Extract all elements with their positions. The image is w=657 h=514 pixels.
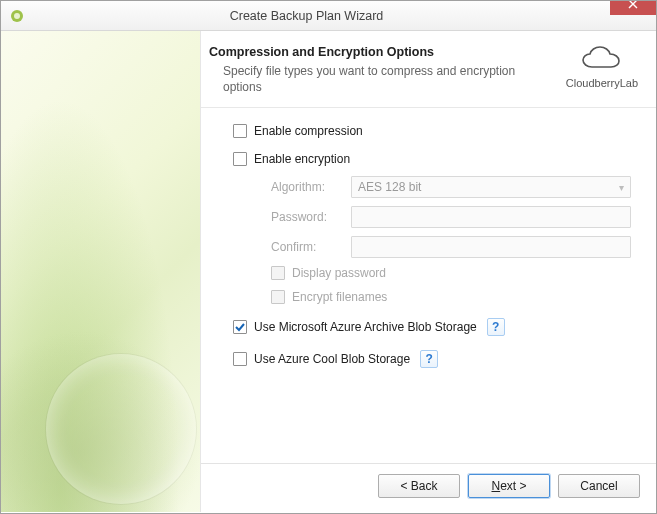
- encrypt-filenames-checkbox: [271, 290, 285, 304]
- algorithm-select[interactable]: AES 128 bit ▾: [351, 176, 631, 198]
- encrypt-filenames-row: Encrypt filenames: [271, 290, 638, 304]
- enable-compression-checkbox[interactable]: [233, 124, 247, 138]
- encrypt-filenames-label: Encrypt filenames: [292, 290, 387, 304]
- enable-encryption-row[interactable]: Enable encryption: [233, 152, 638, 166]
- confirm-label: Confirm:: [271, 240, 351, 254]
- cancel-button-label: Cancel: [580, 479, 617, 493]
- azure-archive-label: Use Microsoft Azure Archive Blob Storage: [254, 320, 477, 334]
- password-label: Password:: [271, 210, 351, 224]
- titlebar: Create Backup Plan Wizard: [1, 1, 656, 31]
- azure-cool-row[interactable]: Use Azure Cool Blob Storage ?: [233, 350, 638, 368]
- content: Compression and Encryption Options Speci…: [1, 31, 656, 512]
- enable-encryption-checkbox[interactable]: [233, 152, 247, 166]
- azure-cool-label: Use Azure Cool Blob Storage: [254, 352, 410, 366]
- disc-art-icon: [46, 354, 196, 504]
- display-password-label: Display password: [292, 266, 386, 280]
- display-password-row: Display password: [271, 266, 638, 280]
- azure-cool-checkbox[interactable]: [233, 352, 247, 366]
- back-button[interactable]: < Back: [378, 474, 460, 498]
- next-button[interactable]: Next >: [468, 474, 550, 498]
- next-button-label: Next >: [491, 479, 526, 493]
- page-title: Compression and Encryption Options: [209, 45, 566, 59]
- confirm-input[interactable]: [351, 236, 631, 258]
- brand-logo: CloudberryLab: [566, 45, 638, 89]
- algorithm-label: Algorithm:: [271, 180, 351, 194]
- page-subtitle: Specify file types you want to compress …: [209, 63, 519, 95]
- azure-archive-row[interactable]: Use Microsoft Azure Archive Blob Storage…: [233, 318, 638, 336]
- enable-compression-row[interactable]: Enable compression: [233, 124, 638, 138]
- main-pane: Compression and Encryption Options Speci…: [201, 31, 656, 512]
- algorithm-value: AES 128 bit: [358, 180, 421, 194]
- options-form: Enable compression Enable encryption Alg…: [201, 108, 656, 463]
- back-button-label: < Back: [400, 479, 437, 493]
- cancel-button[interactable]: Cancel: [558, 474, 640, 498]
- password-row: Password:: [271, 206, 638, 228]
- algorithm-row: Algorithm: AES 128 bit ▾: [271, 176, 638, 198]
- confirm-row: Confirm:: [271, 236, 638, 258]
- password-input[interactable]: [351, 206, 631, 228]
- wizard-sidebar: [1, 31, 201, 512]
- azure-archive-checkbox[interactable]: [233, 320, 247, 334]
- button-bar: < Back Next > Cancel: [201, 463, 656, 512]
- brand-name: CloudberryLab: [566, 77, 638, 89]
- page-header: Compression and Encryption Options Speci…: [201, 31, 656, 108]
- azure-archive-help-icon[interactable]: ?: [487, 318, 505, 336]
- close-button[interactable]: [610, 0, 656, 15]
- enable-encryption-label: Enable encryption: [254, 152, 350, 166]
- cloud-icon: [578, 45, 626, 75]
- display-password-checkbox: [271, 266, 285, 280]
- azure-cool-help-icon[interactable]: ?: [420, 350, 438, 368]
- chevron-down-icon: ▾: [619, 182, 624, 193]
- window-title: Create Backup Plan Wizard: [3, 9, 610, 23]
- enable-compression-label: Enable compression: [254, 124, 363, 138]
